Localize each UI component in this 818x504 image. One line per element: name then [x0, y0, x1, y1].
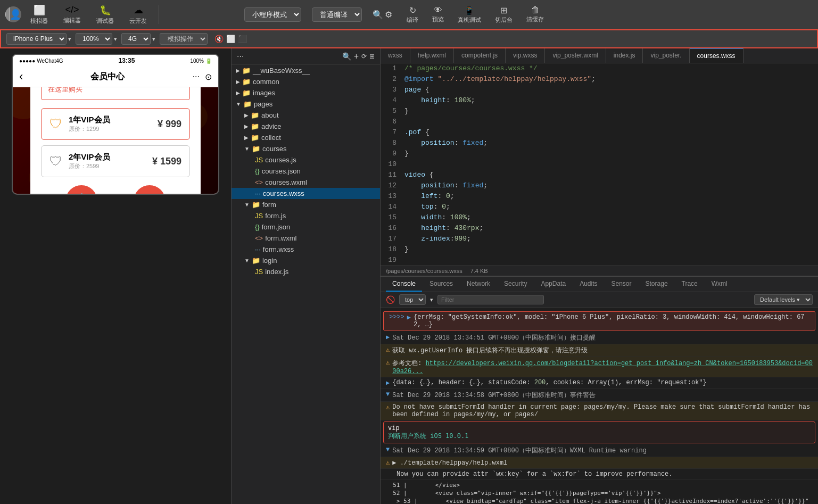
simulate-btn[interactable]: 模拟操作 [160, 33, 208, 45]
code-area: 1/* pages/courses/courses.wxss */ 2@impo… [381, 63, 818, 266]
real-machine-btn[interactable]: 📱 真机调试 [451, 4, 488, 26]
popup-box: 暂不支持 ✕ 十分抱歉，由于IOS相关规范，您暂时无法在这里购买 🛡 1年VIP… [30, 87, 201, 194]
expand-arrow2[interactable]: ▶ [386, 333, 390, 341]
devtools-tab-audits[interactable]: Audits [573, 277, 604, 292]
devtools-tab-network[interactable]: Network [460, 277, 497, 292]
zoom-select[interactable]: 100% [76, 33, 112, 45]
editor-btn[interactable]: </> 编辑器 [57, 2, 87, 27]
file-item-common[interactable]: ▶ 📁 common [232, 76, 380, 87]
file-item-form-wxss[interactable]: ··· form.wxss [232, 244, 380, 255]
file-item-courses-wxss[interactable]: ··· courses.wxss [232, 188, 380, 199]
tab-vip-poster-wxml[interactable]: vip_poster.wxml [545, 48, 606, 63]
collapse-arrow1[interactable]: ▼ [386, 391, 390, 398]
settings-toolbar-icon[interactable]: ⚙ [385, 10, 392, 20]
file-item-courses-js[interactable]: JS courses.js [232, 154, 380, 166]
devtools-tab-trace[interactable]: Trace [675, 277, 704, 292]
more-file-icon[interactable]: ⊞ [369, 53, 375, 60]
home-btn[interactable]: ⊙ [205, 72, 212, 82]
editor-tabs: wxss help.wxml compotent.js vip.wxss vip… [381, 48, 818, 63]
avatar[interactable]: 👤 [5, 6, 21, 22]
clean-cache-btn[interactable]: 🗑 清缓存 [520, 4, 550, 26]
translate-select[interactable]: 普通编译 [312, 7, 362, 22]
file-size-label: 7.4 KB [470, 268, 488, 274]
devtools-tab-sensor[interactable]: Sensor [605, 277, 638, 292]
tab-vip-poster[interactable]: vip_poster. [643, 48, 689, 63]
preview-btn[interactable]: 👁 预览 [426, 4, 450, 26]
file-item-images[interactable]: ▶ 📁 images [232, 87, 380, 98]
phone-content: 👑 VIP 免费听全平台课程 尊/贵/特/权 暂不支持 ✕ 十分抱歉，由于IOS… [13, 87, 218, 194]
devtools-tab-appdata[interactable]: AppData [534, 277, 572, 292]
file-item-advice[interactable]: ▶ 📁 advice [232, 121, 380, 132]
nodev-btn[interactable]: ☁ 云开发 [123, 2, 153, 27]
debugger-btn[interactable]: 🐛 调试器 [90, 2, 120, 27]
js-icon-courses: JS [255, 156, 263, 164]
devtools-tab-sources[interactable]: Sources [423, 277, 459, 292]
tab-compotent-js[interactable]: compotent.js [454, 48, 506, 63]
compile-btn[interactable]: ↻ 编译 [400, 4, 425, 26]
file-item-wubase[interactable]: ▶ 📁 __wuBaseWxss__ [232, 65, 380, 76]
file-item-pages[interactable]: ▼ 📁 pages [232, 98, 380, 110]
console-filter-input[interactable] [437, 295, 544, 304]
qr-pay-btn[interactable]: ▦ 扫描二维码直接支付 [121, 185, 178, 194]
add-file-icon[interactable]: + [354, 52, 359, 61]
pay-buttons: 🤖 通过找微信朋友代付 ▦ 扫描二维码直接支付 [41, 185, 190, 194]
vip-option-1[interactable]: 🛡 1年VIP会员 原价：1299 ¥ 999 [41, 108, 190, 140]
tab-index-js[interactable]: index.js [606, 48, 643, 63]
devtools-tab-storage[interactable]: Storage [639, 277, 674, 292]
tab-help-wxml[interactable]: help.wxml [410, 48, 454, 63]
mode-select[interactable]: 小程序模式 [244, 7, 301, 22]
vip-option-2[interactable]: 🛡 2年VIP会员 原价：2599 ¥ 1599 [41, 145, 190, 177]
back-btn[interactable]: ‹ [19, 70, 23, 84]
file-item-form-wxml[interactable]: <> form.wxml [232, 233, 380, 244]
file-item-courses[interactable]: ▼ 📁 courses [232, 143, 380, 154]
console-top-select[interactable]: top [399, 294, 426, 305]
console-level-select[interactable]: Default levels ▾ [754, 294, 813, 305]
expand-arrow-icon[interactable]: ▶ [407, 313, 411, 321]
code-line-1: 1/* pages/courses/courses.wxss */ [381, 63, 818, 74]
json-icon-form: {} [255, 223, 260, 231]
file-item-form[interactable]: ▼ 📁 form [232, 199, 380, 210]
vip-price-1: ¥ 999 [158, 119, 181, 130]
arrow-collect: ▶ [244, 135, 249, 141]
layout-icon[interactable]: ⬜ [226, 35, 235, 43]
expand-icon[interactable]: ⬛ [238, 35, 247, 43]
collapse-arrow2[interactable]: ▼ [386, 446, 390, 453]
file-item-courses-wxml[interactable]: <> courses.wxml [232, 177, 380, 188]
devtools-tab-console[interactable]: Console [386, 277, 422, 292]
wechat-pay-btn[interactable]: 🤖 通过找微信朋友代付 [53, 185, 110, 194]
file-item-about[interactable]: ▶ 📁 about [232, 110, 380, 121]
console-request-text: {data: {…}, header: {…}, statusCode: 200… [392, 379, 813, 386]
file-item-courses-json[interactable]: {} courses.json [232, 166, 380, 177]
file-item-form-js[interactable]: JS form.js [232, 210, 380, 221]
qr-icon: ▦ [134, 185, 166, 194]
wxml-icon-form: <> [255, 234, 263, 242]
device-select[interactable]: iPhone 6 Plus [6, 33, 67, 45]
more-btn[interactable]: ··· [193, 72, 200, 81]
file-item-login[interactable]: ▼ 📁 login [232, 255, 380, 266]
vip-original-1: 原价：1299 [69, 125, 158, 133]
file-item-index-js[interactable]: JS index.js [232, 266, 380, 277]
search-file-icon[interactable]: 🔍 [342, 52, 351, 61]
cut-btn[interactable]: ⊞ 切后台 [489, 4, 519, 26]
console-link[interactable]: https://developers.weixin.qq.com/blogdet… [392, 360, 813, 375]
network-select[interactable]: 4G [121, 33, 151, 45]
console-error-line: >>>> ▶ {errMsg: "getSystemInfo:ok", mode… [383, 311, 815, 331]
search-toolbar-icon[interactable]: 🔍 [373, 10, 383, 20]
tab-vip-wxss[interactable]: vip.wxss [506, 48, 545, 63]
folder-wubase-icon: 📁 [242, 67, 251, 75]
tab-courses-wxss[interactable]: courses.wxss [690, 48, 743, 63]
tab-wxss[interactable]: wxss [381, 48, 410, 63]
console-helppay-text: ▶ ./template/helppay/help.wxml [392, 459, 813, 467]
console-clear-btn[interactable]: 🚫 [386, 295, 395, 304]
mute-icon[interactable]: 🔇 [214, 35, 224, 43]
code-line-11: 11video { [381, 170, 818, 180]
file-item-collect[interactable]: ▶ 📁 collect [232, 132, 380, 143]
simulator-btn[interactable]: ⬜ 模拟器 [24, 2, 54, 27]
devtools-tab-security[interactable]: Security [498, 277, 533, 292]
refresh-file-icon[interactable]: ⟳ [361, 53, 367, 60]
devtools-tab-wxml[interactable]: Wxml [705, 277, 734, 292]
code-line-3: 3page { [381, 85, 818, 95]
file-item-form-json[interactable]: {} form.json [232, 221, 380, 233]
expand-arrow3[interactable]: ▶ [386, 379, 390, 387]
action-btns: ↻ 编译 👁 预览 📱 真机调试 ⊞ 切后台 🗑 清缓存 [400, 4, 550, 26]
